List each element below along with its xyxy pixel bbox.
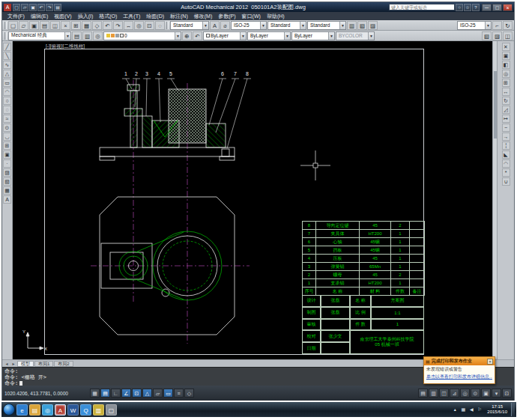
ellipse-arc-icon[interactable]: ◡ <box>3 133 11 141</box>
menu-修改(M)[interactable]: 修改(M) <box>191 12 216 20</box>
text-style-combo[interactable]: Standard▼ <box>170 21 209 30</box>
close-button[interactable]: × <box>503 4 513 11</box>
explorer-icon[interactable]: ▤ <box>29 404 40 416</box>
mleader-style-combo[interactable]: Standard▼ <box>307 21 346 30</box>
dim-update-icon[interactable]: ↻ <box>503 21 513 30</box>
break-icon[interactable]: ╎ <box>502 141 510 150</box>
app-status-menu-button[interactable]: ▾ <box>492 389 501 398</box>
menu-插入(I)[interactable]: 插入(I) <box>75 12 97 20</box>
zoom-realtime-icon[interactable]: ◎ <box>134 21 144 30</box>
dim-style-combo-right[interactable]: ISO-25▼ <box>457 21 492 30</box>
quick-view-layouts-button[interactable]: ▥ <box>429 389 438 398</box>
zoom-window-icon[interactable]: ⊡ <box>145 21 154 30</box>
title-bar[interactable]: A ▢▱▣↶↷▤ AutoCAD Mechanical 2012 050101A… <box>2 2 514 12</box>
app-icon[interactable]: A <box>4 4 11 11</box>
revcloud-icon[interactable]: ◌ <box>3 106 11 114</box>
folder-icon[interactable]: ▥ <box>93 404 104 416</box>
color-combo[interactable]: ByLayer▼ <box>203 31 247 40</box>
polar-toggle[interactable]: ∠ <box>121 389 131 398</box>
layer-combo[interactable]: 0 ▼ <box>103 31 181 40</box>
make-current-layer-icon[interactable]: ⊕ <box>182 31 192 40</box>
qundo-icon[interactable]: ↶ <box>37 4 45 11</box>
layer-states-icon[interactable]: ▥ <box>82 31 92 40</box>
matchprop-icon[interactable]: ◇ <box>92 21 102 30</box>
autocad-taskbar-icon[interactable]: A <box>55 404 66 416</box>
menu-参数(P)[interactable]: 参数(P) <box>215 12 238 20</box>
qredo-icon[interactable]: ↷ <box>46 4 53 11</box>
word-icon[interactable]: W <box>67 404 79 416</box>
copy-icon[interactable]: ⊞ <box>71 21 81 30</box>
plot-preview-icon[interactable]: ◫ <box>50 21 60 30</box>
tray-expand-icon[interactable]: ▴ <box>451 406 459 413</box>
dyn-toggle[interactable]: ▭ <box>163 389 173 398</box>
designcenter-icon[interactable]: ▧ <box>357 21 367 30</box>
extend-icon[interactable]: → <box>502 133 510 141</box>
tab-first-icon[interactable]: ◂ <box>4 361 10 366</box>
menu-视图(V)[interactable]: 视图(V) <box>51 12 74 20</box>
mech-view-icon[interactable]: ◫ <box>503 31 513 40</box>
xline-icon[interactable]: ╲ <box>3 52 11 60</box>
table-style-combo[interactable]: Standard▼ <box>267 21 306 30</box>
table-icon[interactable]: ▦ <box>3 186 11 195</box>
toolbar-grip[interactable] <box>4 32 7 40</box>
circle-icon[interactable]: ○ <box>3 97 11 105</box>
lock-ui-button[interactable]: ▣ <box>481 389 491 398</box>
show-desktop-button[interactable] <box>511 403 515 416</box>
line-icon[interactable]: ╱ <box>3 43 11 51</box>
toolbar-grip[interactable] <box>166 22 169 29</box>
annotation-scale-button[interactable]: ⊿ <box>450 389 459 398</box>
taskbar-clock[interactable]: 17:15 2015/6/10 <box>485 404 510 415</box>
mtext-icon[interactable]: A <box>3 195 11 204</box>
menu-标注(N)[interactable]: 标注(N) <box>167 12 191 20</box>
chamfer-icon[interactable]: ◣ <box>502 150 510 159</box>
menu-绘图(D)[interactable]: 绘图(D) <box>143 12 167 20</box>
ducs-toggle[interactable]: ▱ <box>153 389 163 398</box>
linetype-combo[interactable]: ByLayer▼ <box>247 31 291 40</box>
start-button[interactable] <box>3 404 15 416</box>
otrack-toggle[interactable]: △ <box>142 389 152 398</box>
rotate-icon[interactable]: ↻ <box>502 97 510 105</box>
tab-布局1[interactable]: 布局1 <box>34 361 53 367</box>
arc-icon[interactable]: ◠ <box>3 88 11 96</box>
pan-icon[interactable]: ↔ <box>124 21 133 30</box>
tab-布局2[interactable]: 布局2 <box>54 361 73 367</box>
move-icon[interactable]: ↔ <box>502 88 510 96</box>
explode-icon[interactable]: * <box>502 168 510 177</box>
mech-hide-icon[interactable]: ▨ <box>492 31 502 40</box>
hatch-icon[interactable]: ▨ <box>3 168 11 177</box>
cut-icon[interactable]: × <box>61 21 70 30</box>
menu-文件(F)[interactable]: 文件(F) <box>4 12 28 20</box>
fillet-icon[interactable]: ◠ <box>502 159 510 168</box>
exchange-icon[interactable]: ☆ <box>464 4 471 11</box>
tab-模型[interactable]: 模型 <box>17 361 34 367</box>
polyline-icon[interactable]: ∿ <box>3 61 11 69</box>
array-icon[interactable]: ⊞ <box>502 79 510 87</box>
ortho-toggle[interactable]: ∟ <box>111 389 121 398</box>
make-block-icon[interactable]: ▣ <box>3 150 11 159</box>
notification-link[interactable]: 单击以查看打印和发布详细信息... <box>426 374 492 380</box>
qopen-icon[interactable]: ▱ <box>21 4 28 11</box>
layer-properties-icon[interactable]: ▤ <box>72 31 82 40</box>
open-icon[interactable]: ▱ <box>19 21 28 30</box>
properties-icon[interactable]: ▥ <box>347 21 357 30</box>
offset-icon[interactable]: ◎ <box>502 70 510 78</box>
osnap-toggle[interactable]: ⊡ <box>132 389 142 398</box>
menu-工具(T)[interactable]: 工具(T) <box>120 12 143 20</box>
new-icon[interactable]: ▢ <box>8 21 18 30</box>
lwt-toggle[interactable]: ≡ <box>174 389 184 398</box>
text-style-icon[interactable]: A <box>210 21 220 30</box>
plot-icon[interactable]: ▤ <box>40 21 49 30</box>
viewport-controls[interactable]: [-][俯视][二维线框] <box>46 43 85 50</box>
volume-icon[interactable]: ◀ <box>468 406 475 413</box>
dim-style-icon[interactable]: ⌀ <box>220 21 230 30</box>
menu-格式(O)[interactable]: 格式(O) <box>96 12 120 20</box>
qp-toggle[interactable]: ◇ <box>184 389 194 398</box>
help-icon[interactable]: ? <box>472 4 480 11</box>
ie-icon[interactable]: e <box>16 404 28 416</box>
copy-object-icon[interactable]: ▣ <box>502 52 510 60</box>
dim-style-combo[interactable]: ISO-25▼ <box>231 21 267 30</box>
ellipse-icon[interactable]: ⊙ <box>3 124 11 132</box>
minimize-button[interactable]: ─ <box>482 4 492 11</box>
join-icon[interactable]: ∪ <box>502 177 510 186</box>
rectangle-icon[interactable]: ▭ <box>3 79 11 87</box>
